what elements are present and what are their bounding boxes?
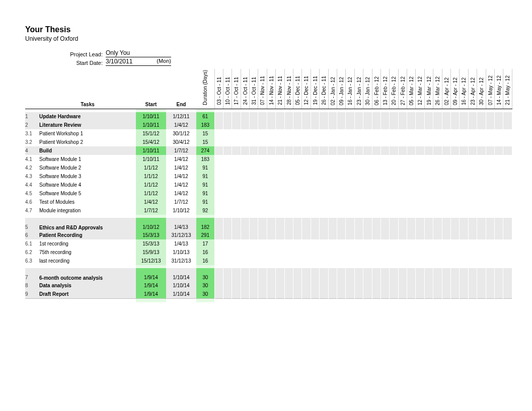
row-num: 3.1 — [25, 129, 39, 138]
table-row: 4Build1/10/111/7/12274 — [25, 146, 512, 155]
row-duration: 274 — [196, 146, 214, 155]
hdr-date-text: 14 - Nov - 11 — [267, 75, 276, 106]
table-row: 4.6Test of Modules1/4/121/7/1291 — [25, 198, 512, 206]
header-row: Tasks Start End Duration (Days) 03 - Oct… — [25, 69, 512, 109]
row-end: 30/4/12 — [166, 138, 196, 146]
hdr-date: 23 - Jan - 12 — [354, 69, 363, 109]
table-row: 6.3last recording15/12/1331/12/1316 — [25, 257, 512, 265]
row-start: 1/10/11 — [136, 146, 166, 155]
row-num: 4.5 — [25, 189, 39, 198]
hdr-date-text: 27 - Feb - 12 — [399, 75, 407, 106]
hdr-date: 17 - Oct - 11 — [232, 69, 241, 109]
hdr-date: 09 - Apr - 12 — [451, 69, 460, 109]
hdr-duration: Duration (Days) — [196, 69, 214, 109]
row-duration: 30 — [196, 268, 214, 281]
hdr-date: 07 - May - 12 — [486, 69, 494, 109]
hdr-date: 30 - Jan - 12 — [363, 69, 372, 109]
hdr-date-text: 16 - Apr - 12 — [460, 76, 468, 106]
page-title: Your Thesis — [25, 25, 507, 34]
hdr-date: 05 - Mar - 12 — [407, 69, 416, 109]
row-duration: 183 — [196, 155, 214, 163]
row-end: 1/4/13 — [166, 239, 196, 248]
hdr-date: 24 - Oct - 11 — [241, 69, 249, 109]
hdr-date: 21 - May - 12 — [503, 69, 512, 109]
row-num: 5 — [25, 218, 39, 231]
table-row: 6Patient Recording15/3/1331/12/13291 — [25, 231, 512, 239]
hdr-date: 14 - May - 12 — [495, 69, 503, 109]
row-end: 31/12/13 — [166, 257, 196, 265]
row-start: 15/1/12 — [136, 129, 166, 138]
row-task: 75th recording — [39, 248, 136, 257]
row-duration: 30 — [196, 281, 214, 290]
start-day-text: (Mon) — [157, 58, 171, 65]
hdr-date: 31 - Oct - 11 — [250, 69, 258, 109]
row-duration: 17 — [196, 239, 214, 248]
row-start: 15/3/13 — [136, 239, 166, 248]
hdr-date: 23 - Apr - 12 — [468, 69, 477, 109]
row-end: 1/4/13 — [166, 218, 196, 231]
table-row — [25, 298, 512, 302]
start-value-text: 3/10/2011 — [106, 58, 132, 65]
hdr-date-text: 30 - Apr - 12 — [477, 76, 486, 106]
table-row: 9Draft Report1/9/141/10/1430 — [25, 290, 512, 299]
row-duration: 91 — [196, 181, 214, 189]
row-num: 4.6 — [25, 198, 39, 206]
row-start: 1/10/12 — [136, 218, 166, 231]
row-end: 1/7/12 — [166, 198, 196, 206]
hdr-duration-text: Duration (Days) — [201, 69, 209, 106]
row-start: 15/3/13 — [136, 231, 166, 239]
lead-label: Project Lead: — [25, 51, 106, 57]
hdr-date-text: 24 - Oct - 11 — [241, 76, 250, 106]
table-row: 5Ethics and R&D Approvals1/10/121/4/1318… — [25, 218, 512, 231]
hdr-date-text: 03 - Oct - 11 — [215, 76, 223, 106]
hdr-date: 12 - Dec - 11 — [302, 69, 311, 109]
row-task: Patient Workshop 1 — [39, 129, 136, 138]
row-duration: 15 — [196, 129, 214, 138]
table-row: 4.5Software Module 51/1/121/4/1291 — [25, 189, 512, 198]
gantt-body: 1Update Hardware1/10/111/12/11612Literat… — [25, 109, 512, 303]
hdr-date: 20 - Feb - 12 — [390, 69, 398, 109]
row-task: Data analysis — [39, 281, 136, 290]
hdr-date: 02 - Apr - 12 — [442, 69, 450, 109]
row-num: 4.3 — [25, 172, 39, 181]
hdr-date: 21 - Nov - 11 — [276, 69, 284, 109]
hdr-date-text: 16 - Jan - 12 — [346, 76, 354, 106]
table-row: 8Data analysis1/9/141/10/1430 — [25, 281, 512, 290]
row-num: 9 — [25, 290, 39, 299]
table-row: 76-month outcome analysis1/9/141/10/1430 — [25, 268, 512, 281]
table-row: 3.2Patient Workshop 215/4/1230/4/1215 — [25, 138, 512, 146]
hdr-date-text: 21 - May - 12 — [503, 74, 512, 106]
row-num: 2 — [25, 121, 39, 129]
hdr-date-text: 19 - Mar - 12 — [425, 75, 433, 106]
row-duration: 183 — [196, 121, 214, 129]
row-num: 1 — [25, 112, 39, 121]
hdr-start: Start — [136, 69, 166, 109]
row-duration: 92 — [196, 206, 214, 215]
row-end: 1/12/11 — [166, 112, 196, 121]
hdr-date: 07 - Nov - 11 — [258, 69, 267, 109]
row-end: 1/10/14 — [166, 290, 196, 299]
lead-value[interactable]: Only You — [106, 49, 171, 57]
start-value[interactable]: 3/10/2011 (Mon) — [106, 58, 171, 66]
hdr-date-text: 05 - Mar - 12 — [407, 75, 416, 106]
hdr-date: 30 - Apr - 12 — [477, 69, 486, 109]
row-task: Software Module 5 — [39, 189, 136, 198]
hdr-date: 19 - Mar - 12 — [424, 69, 433, 109]
row-duration: 30 — [196, 290, 214, 299]
row-duration: 291 — [196, 231, 214, 239]
hdr-date: 10 - Oct - 11 — [223, 69, 232, 109]
page-subtitle: University of Oxford — [25, 35, 507, 42]
row-start: 1/10/11 — [136, 112, 166, 121]
table-row: 1Update Hardware1/10/111/12/1161 — [25, 112, 512, 121]
row-num: 4.4 — [25, 181, 39, 189]
row-num: 6.3 — [25, 257, 39, 265]
row-task: Test of Modules — [39, 198, 136, 206]
row-num: 6.1 — [25, 239, 39, 248]
row-start: 1/10/11 — [136, 155, 166, 163]
table-row: 6.275th recording15/9/131/10/1316 — [25, 248, 512, 257]
row-end: 1/10/14 — [166, 268, 196, 281]
hdr-date-text: 02 - Jan - 12 — [329, 76, 337, 106]
row-start: 15/12/13 — [136, 257, 166, 265]
hdr-tasks: Tasks — [39, 69, 136, 109]
row-num: 7 — [25, 268, 39, 281]
